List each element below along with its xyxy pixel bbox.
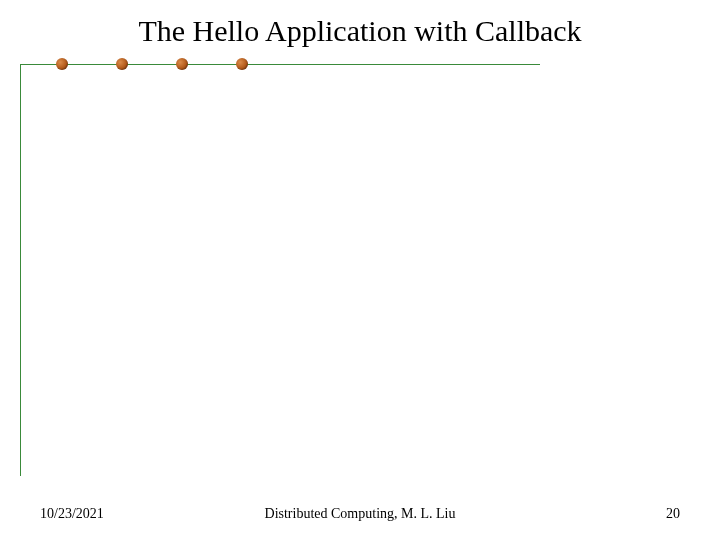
- bullet-icon: [176, 58, 188, 70]
- footer-page-number: 20: [666, 506, 680, 522]
- bullet-icon: [56, 58, 68, 70]
- bullet-icon: [236, 58, 248, 70]
- slide: The Hello Application with Callback 10/2…: [0, 0, 720, 540]
- footer: 10/23/2021 Distributed Computing, M. L. …: [0, 506, 720, 522]
- footer-center: Distributed Computing, M. L. Liu: [265, 506, 456, 522]
- title-rule: [20, 58, 540, 72]
- slide-title: The Hello Application with Callback: [0, 14, 720, 48]
- side-rule: [20, 64, 21, 476]
- footer-date: 10/23/2021: [40, 506, 104, 522]
- rule-bullets: [56, 58, 248, 70]
- bullet-icon: [116, 58, 128, 70]
